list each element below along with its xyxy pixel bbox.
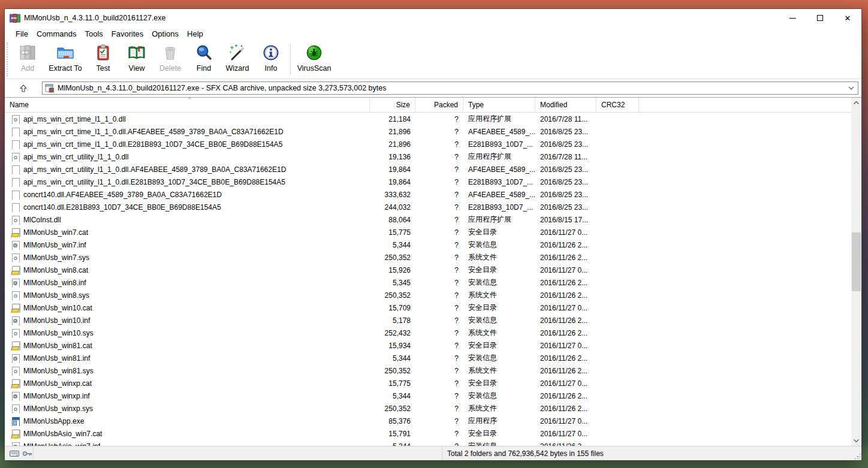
table-row[interactable]: MlMonUsbApp.exe 85,376 ? 应用程序 2016/11/27… [5,415,851,427]
scroll-down-button[interactable] [851,436,861,446]
file-packed: ? [415,316,463,325]
table-row[interactable]: MlMonUsb_winxp.inf 5,344 ? 安装信息 2016/11/… [5,390,851,402]
menu-item[interactable]: Options [147,28,183,40]
status-icons-cell [5,446,34,460]
file-icon [11,442,20,446]
menu-item[interactable]: Favorites [107,28,147,40]
table-row[interactable]: MlMonUsb_win10.sys 252,432 ? 系统文件 2016/1… [5,327,851,339]
table-row[interactable]: concrt140.dll.E281B893_10D7_34CE_BB0E_B6… [5,201,851,213]
table-row[interactable]: MlMonUsb_win10.cat 15,709 ? 安全目录 2016/11… [5,301,851,314]
file-name: api_ms_win_crt_time_l1_1_0.dll.E281B893_… [23,140,282,149]
table-row[interactable]: MlMonUsb_win8.sys 250,352 ? 系统文件 2016/11… [5,289,851,301]
wizard-button[interactable]: Wizard [221,40,254,78]
file-name: api_ms_win_crt_time_l1_1_0.dll.AF4EABEE_… [23,128,284,136]
file-packed: ? [415,128,463,136]
extract-to-button[interactable]: Extract To [44,40,86,78]
table-row[interactable]: MlMonUsb_win10.inf 5,178 ? 安装信息 2016/11/… [5,314,851,327]
file-icon [11,416,20,426]
toolbar: Add Extract To Test [5,40,861,79]
file-icon [11,391,20,401]
file-name: MlMonUsb_win81.sys [23,367,94,375]
file-type: 安装信息 [463,353,535,363]
menu-item[interactable]: File [11,28,32,40]
table-row[interactable]: MlMonUsb_winxp.cat 15,775 ? 安全目录 2016/11… [5,377,851,390]
file-name: api_ms_win_crt_utility_l1_1_0.dll.E281B8… [23,178,285,186]
column-header-type[interactable]: Type [463,98,535,112]
archive-path-combobox[interactable]: MlMonUsb_n_4.3.11.0_build20161127.exe - … [42,81,858,95]
table-row[interactable]: api_ms_win_crt_time_l1_1_0.dll.E281B893_… [5,138,851,150]
scroll-up-button[interactable] [851,98,861,108]
file-name: api_ms_win_crt_utility_l1_1_0.dll [23,153,128,161]
table-row[interactable]: MlMonUsbAsio_win7.inf 5,344 ? 安装信息 2016/… [5,440,851,446]
close-button[interactable]: ✕ [834,9,861,27]
add-button[interactable]: Add [11,40,44,78]
table-row[interactable]: MlCoInst.dll 88,064 ? 应用程序扩展 2016/8/15 1… [5,213,851,226]
maximize-button[interactable] [806,9,834,27]
column-header-packed[interactable]: Packed [415,98,463,112]
table-row[interactable]: MlMonUsb_win8.cat 15,926 ? 安全目录 2016/11/… [5,264,851,276]
table-row[interactable]: MlMonUsb_win7.cat 15,775 ? 安全目录 2016/11/… [5,226,851,238]
file-name: MlMonUsb_winxp.sys [23,404,93,413]
file-icon [11,316,20,325]
virusscan-button[interactable]: VirusScan [293,40,335,78]
find-button[interactable]: Find [187,40,221,78]
scrollbar-thumb[interactable] [852,233,861,291]
menu-item[interactable]: Tools [80,28,107,40]
column-header-modified[interactable]: Modified [535,98,596,112]
menu-bar: FileCommandsToolsFavoritesOptionsHelp [5,27,861,40]
file-name: MlMonUsb_win81.cat [23,342,92,350]
table-row[interactable]: MlMonUsb_win7.sys 250,352 ? 系统文件 2016/11… [5,251,851,264]
key-icon[interactable] [22,450,32,457]
file-modified: 2016/11/27 0... [535,417,596,425]
file-modified: 2016/11/26 2... [535,354,596,363]
file-size: 15,775 [370,228,415,237]
table-row[interactable]: MlMonUsbAsio_win7.cat 15,791 ? 安全目录 2016… [5,427,851,440]
file-type: E281B893_10D7_... [463,203,535,212]
column-header-crc32[interactable]: CRC32 [596,98,639,112]
file-size: 250,352 [370,404,415,413]
table-row[interactable]: concrt140.dll.AF4EABEE_4589_3789_BA0A_C8… [5,188,851,201]
table-row[interactable]: api_ms_win_crt_utility_l1_1_0.dll.E281B8… [5,176,851,188]
table-row[interactable]: MlMonUsb_win7.inf 5,344 ? 安装信息 2016/11/2… [5,238,851,251]
table-row[interactable]: api_ms_win_crt_time_l1_1_0.dll.AF4EABEE_… [5,125,851,138]
file-modified: 2016/8/25 23... [535,128,596,136]
column-header-name-label: Name [10,101,29,109]
file-modified: 2016/11/26 2... [535,241,596,249]
table-row[interactable]: MlMonUsb_win81.sys 250,352 ? 系统文件 2016/1… [5,364,851,377]
file-packed: ? [415,354,463,363]
minimize-button[interactable] [779,9,806,27]
toolbar-grip[interactable] [7,43,10,76]
file-size: 5,344 [370,392,415,400]
table-row[interactable]: api_ms_win_crt_utility_l1_1_0.dll 19,136… [5,150,851,163]
table-row[interactable]: MlMonUsb_win81.inf 5,344 ? 安装信息 2016/11/… [5,352,851,364]
up-directory-button[interactable] [14,81,32,95]
delete-label: Delete [159,64,181,73]
file-icon [11,253,20,262]
file-modified: 2016/11/26 2... [535,367,596,375]
delete-button[interactable]: Delete [153,40,187,78]
file-type: 安全目录 [463,340,535,351]
column-header-name[interactable]: Name ^ [5,98,370,112]
file-packed: ? [415,342,463,350]
column-header-size[interactable]: Size [370,98,415,112]
file-packed: ? [415,241,463,249]
vertical-scrollbar[interactable] [851,98,861,446]
menu-item[interactable]: Help [183,28,207,40]
file-list-panel: Name ^ Size Packed Type Modified CRC32 a… [5,97,861,446]
table-row[interactable]: api_ms_win_crt_time_l1_1_0.dll 21,184 ? … [5,113,851,125]
table-row[interactable]: MlMonUsb_winxp.sys 250,352 ? 系统文件 2016/1… [5,402,851,415]
file-icon [11,366,20,376]
file-name: MlMonUsb_win10.inf [23,316,90,325]
column-header-row: Name ^ Size Packed Type Modified CRC32 [5,98,861,113]
table-row[interactable]: api_ms_win_crt_utility_l1_1_0.dll.AF4EAB… [5,163,851,176]
view-button[interactable]: View [120,40,153,78]
file-icon [11,303,20,313]
menu-item[interactable]: Commands [32,28,80,40]
file-packed: ? [415,392,463,400]
column-header-crc32-label: CRC32 [601,101,625,109]
combobox-dropdown-button[interactable] [845,82,858,94]
info-button[interactable]: Info [254,40,288,78]
table-row[interactable]: MlMonUsb_win8.inf 5,345 ? 安装信息 2016/11/2… [5,276,851,289]
test-button[interactable]: Test [86,40,120,78]
table-row[interactable]: MlMonUsb_win81.cat 15,934 ? 安全目录 2016/11… [5,339,851,352]
